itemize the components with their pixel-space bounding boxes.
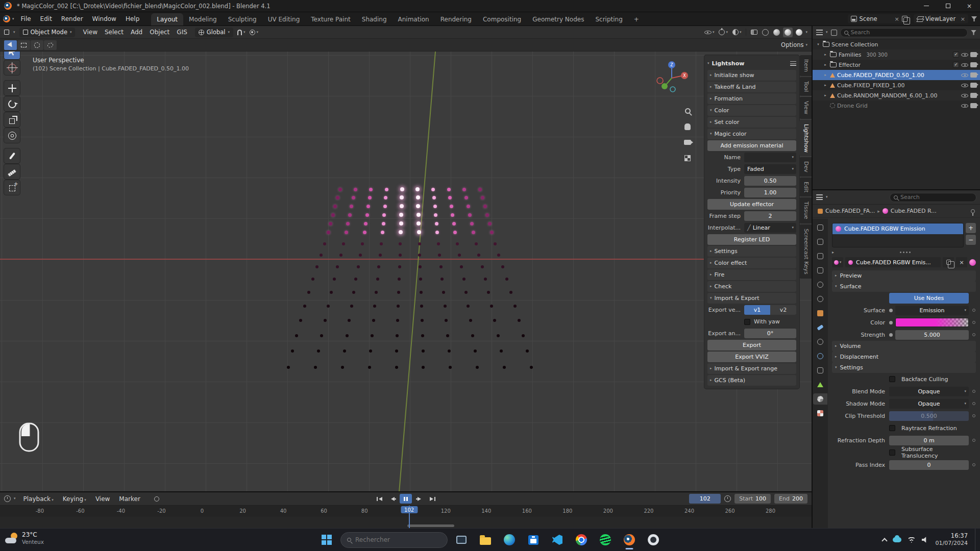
options-dropdown[interactable]: Options ▾ — [781, 41, 807, 48]
drone-dot[interactable] — [493, 319, 496, 322]
properties-tab-constraints[interactable] — [813, 365, 827, 376]
chevron-right-icon[interactable]: ▸ — [823, 73, 828, 77]
wifi-icon[interactable] — [908, 537, 916, 543]
sidebar-tab-tool[interactable]: Tool — [799, 77, 812, 96]
chevron-right-icon[interactable]: ▸ — [823, 53, 828, 57]
start-button[interactable] — [316, 530, 337, 550]
drone-dot[interactable] — [339, 254, 342, 257]
viewport-menu-object[interactable]: Object — [146, 27, 173, 37]
viewport-canvas[interactable]: User Perspective (102) Scene Collection … — [0, 52, 812, 491]
drone-dot[interactable] — [336, 196, 339, 199]
panel-menu-icon[interactable] — [790, 61, 796, 66]
taskbar-app-edge[interactable] — [499, 530, 520, 550]
drone-dot[interactable] — [366, 205, 370, 208]
drone-dot[interactable] — [476, 366, 479, 369]
outliner-search[interactable] — [840, 28, 968, 37]
drone-dot[interactable] — [342, 242, 345, 245]
subpanel-initialize-show[interactable]: ▸Initialize show — [707, 70, 796, 81]
drone-dot[interactable] — [385, 188, 388, 191]
timeline-editor-icon[interactable] — [4, 495, 11, 502]
filter-icon[interactable] — [971, 16, 977, 21]
menu-edit[interactable]: Edit — [36, 13, 57, 24]
export-button[interactable]: Export — [707, 340, 796, 350]
subpanel-color[interactable]: ▾Color — [707, 105, 796, 116]
drone-dot[interactable] — [350, 205, 353, 208]
pass-index-field[interactable]: 0 — [889, 460, 969, 470]
drone-dot[interactable] — [449, 366, 452, 369]
drone-dot[interactable] — [530, 366, 533, 369]
add-emission-material-button[interactable]: Add emission material — [707, 140, 796, 151]
sidebar-tab-lightshow[interactable]: Lightshow — [799, 120, 812, 157]
drone-dot[interactable] — [522, 334, 525, 337]
outliner-row-cube-faded-faded-0-50-1-00[interactable]: ▸Cube.FADED_FADED_0.50_1.00 — [813, 70, 980, 80]
drone-dot[interactable] — [490, 231, 494, 234]
drone-dot[interactable] — [477, 254, 480, 257]
drone-dot[interactable] — [434, 213, 437, 217]
drone-dot[interactable] — [303, 305, 306, 308]
drone-dot[interactable] — [345, 231, 348, 234]
drone-dot[interactable] — [509, 291, 512, 294]
unlink-material-button[interactable]: × — [956, 257, 967, 267]
mode-dropdown[interactable]: Object Mode ▾ — [19, 28, 76, 37]
drone-dot[interactable] — [373, 305, 376, 308]
drone-dot[interactable] — [447, 188, 451, 191]
workspace-tab-uv-editing[interactable]: UV Editing — [262, 13, 306, 26]
drone-dot[interactable] — [468, 213, 472, 217]
properties-tab-world[interactable] — [813, 293, 827, 305]
drone-dot[interactable] — [416, 213, 421, 217]
properties-tab-texture[interactable] — [813, 408, 827, 419]
jump-start-button[interactable] — [373, 494, 385, 504]
chevron-right-icon[interactable]: ▸ — [823, 93, 828, 97]
drone-dot[interactable] — [505, 278, 508, 281]
properties-search[interactable] — [890, 193, 976, 202]
sidebar-tab-dev[interactable]: Dev — [799, 157, 812, 177]
outliner-row-scene-collection[interactable]: ▾Scene Collection — [813, 39, 980, 49]
drone-dot[interactable] — [338, 188, 342, 191]
properties-tab-tool[interactable] — [813, 222, 827, 233]
eye-icon[interactable] — [961, 103, 968, 109]
decorate-keyframe-icon[interactable] — [972, 309, 975, 312]
eye-icon[interactable] — [961, 72, 968, 79]
drone-dot[interactable] — [435, 231, 439, 234]
frame-step-field[interactable]: 2 — [744, 211, 796, 221]
drone-dot[interactable] — [369, 349, 372, 353]
orientation-dropdown[interactable]: Global ▾ — [195, 28, 233, 37]
minimize-button[interactable] — [916, 0, 937, 12]
taskbar-app-chrome[interactable] — [571, 530, 592, 550]
properties-tab-scene[interactable] — [813, 279, 827, 290]
browse-material-button[interactable]: ▾ — [832, 257, 843, 267]
tool-move[interactable] — [4, 81, 20, 95]
camera-view-button[interactable] — [681, 136, 694, 149]
outliner-row-cube-fixed-fixed-1-00[interactable]: ▸Cube.FIXED_FIXED_1.00 — [813, 80, 980, 90]
drone-dot[interactable] — [422, 366, 425, 369]
drone-dot[interactable] — [440, 278, 444, 281]
properties-tab-modifiers[interactable] — [813, 322, 827, 333]
taskbar-search[interactable] — [340, 532, 448, 548]
drone-dot[interactable] — [497, 254, 500, 257]
maximize-button[interactable] — [937, 0, 959, 12]
snap-group[interactable]: ▾ — [237, 30, 246, 35]
drone-dot[interactable] — [397, 305, 400, 308]
priority-field[interactable]: 1.00 — [744, 188, 796, 197]
panel-header-preview[interactable]: ▸Preview — [832, 270, 976, 281]
shading-material-button[interactable] — [783, 28, 793, 37]
drone-dot[interactable] — [323, 242, 326, 245]
material-slot-list[interactable]: Cube.FADED RGBW Emission — [832, 223, 964, 247]
outliner-search-input[interactable] — [851, 29, 964, 36]
backface-culling-checkbox[interactable] — [889, 376, 895, 382]
drone-dot[interactable] — [320, 254, 323, 257]
decorate-keyframe-icon[interactable] — [972, 321, 975, 324]
scene-selector[interactable]: Scene × — [848, 14, 911, 23]
outliner-filter-icon[interactable] — [971, 30, 976, 35]
display-mode-icon[interactable] — [831, 30, 837, 36]
drone-dot[interactable] — [481, 265, 484, 268]
proportional-edit-icon[interactable] — [250, 30, 255, 35]
drone-dot[interactable] — [330, 291, 333, 294]
gizmo-y-axis[interactable] — [662, 83, 668, 89]
drone-dot[interactable] — [395, 366, 398, 369]
sidebar-tab-item[interactable]: Item — [799, 55, 812, 76]
workspace-tab-rendering[interactable]: Rendering — [435, 13, 477, 26]
drone-dot[interactable] — [399, 230, 403, 234]
pan-button[interactable] — [681, 120, 694, 133]
workspace-tab-layout[interactable]: Layout — [151, 13, 183, 26]
